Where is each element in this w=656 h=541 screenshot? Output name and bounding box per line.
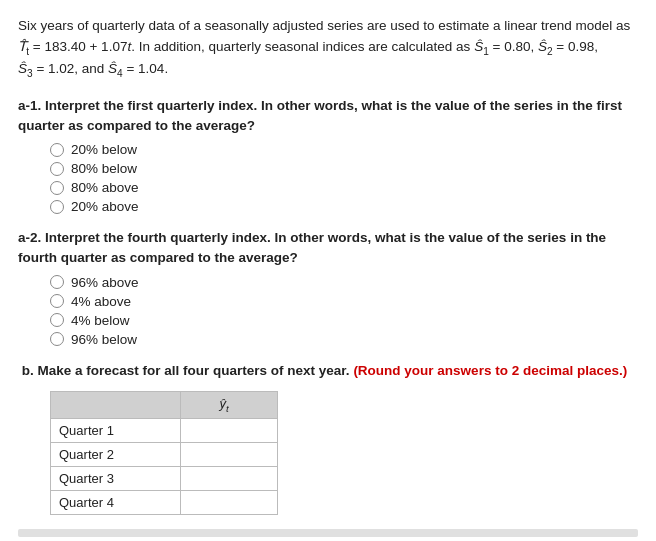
a2-radio-2[interactable] (50, 294, 64, 308)
a2-option-row-4[interactable]: 96% below (50, 332, 638, 347)
a1-part-id: a-1. (18, 98, 41, 113)
quarter1-input[interactable] (189, 423, 269, 438)
a1-label: a-1. Interpret the first quarterly index… (18, 96, 638, 137)
a1-option-row-3[interactable]: 80% above (50, 180, 638, 195)
quarter2-input[interactable] (189, 447, 269, 462)
a1-option-row-1[interactable]: 20% below (50, 142, 638, 157)
section-a2: a-2. Interpret the fourth quarterly inde… (18, 228, 638, 347)
a1-option-label-4: 20% above (71, 199, 139, 214)
a1-radio-4[interactable] (50, 200, 64, 214)
quarter3-input[interactable] (189, 471, 269, 486)
a1-question: Interpret the first quarterly index. In … (18, 98, 622, 133)
table-row: Quarter 4 (51, 490, 278, 514)
a1-radio-1[interactable] (50, 143, 64, 157)
a1-radio-3[interactable] (50, 181, 64, 195)
table-row: Quarter 3 (51, 466, 278, 490)
quarter4-label: Quarter 4 (51, 490, 181, 514)
quarter3-input-cell[interactable] (181, 466, 278, 490)
a2-radio-1[interactable] (50, 275, 64, 289)
a2-radio-3[interactable] (50, 313, 64, 327)
a2-option-row-3[interactable]: 4% below (50, 313, 638, 328)
a2-label: a-2. Interpret the fourth quarterly inde… (18, 228, 638, 269)
b-question: Make a forecast for all four quarters of… (38, 363, 354, 378)
a1-option-row-4[interactable]: 20% above (50, 199, 638, 214)
a1-option-row-2[interactable]: 80% below (50, 161, 638, 176)
scrollbar[interactable] (18, 529, 638, 537)
a1-options: 20% below 80% below 80% above 20% above (50, 142, 638, 214)
quarter2-label: Quarter 2 (51, 442, 181, 466)
a1-radio-2[interactable] (50, 162, 64, 176)
quarter1-input-cell[interactable] (181, 418, 278, 442)
quarter3-label: Quarter 3 (51, 466, 181, 490)
a2-option-label-1: 96% above (71, 275, 139, 290)
forecast-col-yt: ŷt (181, 391, 278, 418)
a2-option-label-4: 96% below (71, 332, 137, 347)
forecast-col-quarter (51, 391, 181, 418)
a1-option-label-3: 80% above (71, 180, 139, 195)
b-label: b. Make a forecast for all four quarters… (18, 361, 638, 381)
a1-option-label-1: 20% below (71, 142, 137, 157)
a2-option-label-3: 4% below (71, 313, 130, 328)
table-row: Quarter 2 (51, 442, 278, 466)
quarter4-input-cell[interactable] (181, 490, 278, 514)
b-highlight: (Round your answers to 2 decimal places.… (353, 363, 627, 378)
a1-option-label-2: 80% below (71, 161, 137, 176)
a2-option-row-2[interactable]: 4% above (50, 294, 638, 309)
section-b: b. Make a forecast for all four quarters… (18, 361, 638, 515)
intro-paragraph: Six years of quarterly data of a seasona… (18, 16, 638, 82)
quarter4-input[interactable] (189, 495, 269, 510)
intro-formulas: T̂t = 183.40 + 1.07t. In addition, quart… (18, 39, 598, 76)
a2-question: Interpret the fourth quarterly index. In… (18, 230, 606, 265)
a2-radio-4[interactable] (50, 332, 64, 346)
quarter2-input-cell[interactable] (181, 442, 278, 466)
table-row: Quarter 1 (51, 418, 278, 442)
a2-options: 96% above 4% above 4% below 96% below (50, 275, 638, 347)
quarter1-label: Quarter 1 (51, 418, 181, 442)
b-part-id: b. (18, 363, 34, 378)
forecast-table: ŷt Quarter 1 Quarter 2 Quarter 3 (50, 391, 278, 515)
a2-option-label-2: 4% above (71, 294, 131, 309)
a2-part-id: a-2. (18, 230, 41, 245)
section-a1: a-1. Interpret the first quarterly index… (18, 96, 638, 215)
a2-option-row-1[interactable]: 96% above (50, 275, 638, 290)
intro-text: Six years of quarterly data of a seasona… (18, 18, 630, 33)
